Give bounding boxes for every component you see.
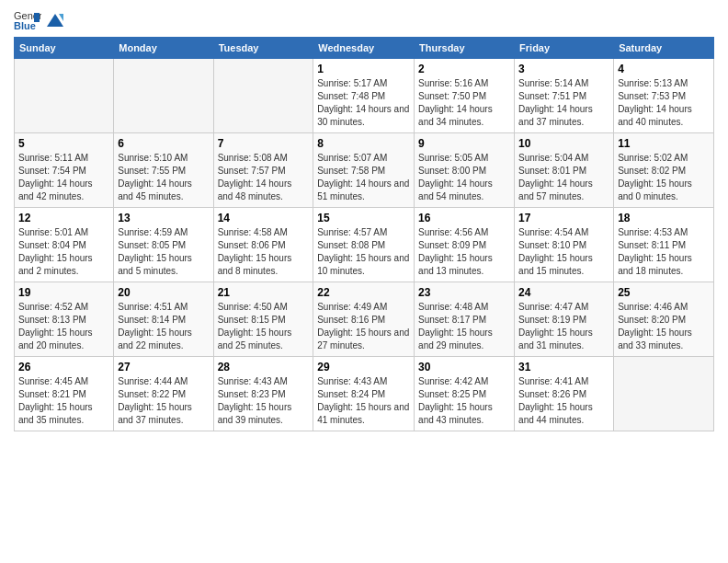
calendar-week-1: 1Sunrise: 5:17 AMSunset: 7:48 PMDaylight…	[15, 59, 714, 133]
calendar-cell: 11Sunrise: 5:02 AMSunset: 8:02 PMDayligh…	[614, 133, 714, 208]
day-number: 16	[418, 212, 510, 224]
day-number: 31	[518, 361, 609, 373]
day-info: Sunrise: 4:41 AMSunset: 8:26 PMDaylight:…	[518, 375, 609, 427]
calendar-cell: 19Sunrise: 4:52 AMSunset: 8:13 PMDayligh…	[15, 282, 114, 357]
day-number: 13	[118, 212, 209, 224]
calendar-cell: 14Sunrise: 4:58 AMSunset: 8:06 PMDayligh…	[213, 208, 313, 282]
day-info: Sunrise: 5:17 AMSunset: 7:48 PMDaylight:…	[317, 77, 410, 129]
calendar-cell: 10Sunrise: 5:04 AMSunset: 8:01 PMDayligh…	[515, 133, 614, 208]
day-info: Sunrise: 5:13 AMSunset: 7:53 PMDaylight:…	[618, 77, 710, 129]
day-number: 17	[518, 212, 609, 224]
day-number: 1	[317, 63, 410, 75]
day-number: 11	[618, 137, 710, 150]
day-number: 26	[18, 361, 109, 373]
calendar-cell: 3Sunrise: 5:14 AMSunset: 7:51 PMDaylight…	[515, 59, 614, 133]
calendar-cell: 24Sunrise: 4:47 AMSunset: 8:19 PMDayligh…	[515, 282, 614, 357]
day-number: 29	[317, 361, 410, 373]
day-number: 4	[618, 63, 710, 75]
svg-marker-5	[59, 14, 63, 21]
day-number: 22	[317, 286, 410, 299]
day-info: Sunrise: 4:45 AMSunset: 8:21 PMDaylight:…	[18, 375, 109, 427]
day-info: Sunrise: 4:52 AMSunset: 8:13 PMDaylight:…	[18, 301, 109, 352]
calendar-table: SundayMondayTuesdayWednesdayThursdayFrid…	[14, 37, 714, 431]
calendar-cell: 18Sunrise: 4:53 AMSunset: 8:11 PMDayligh…	[614, 208, 714, 282]
calendar-week-3: 12Sunrise: 5:01 AMSunset: 8:04 PMDayligh…	[15, 208, 714, 282]
svg-marker-2	[34, 13, 40, 22]
day-info: Sunrise: 5:10 AMSunset: 7:55 PMDaylight:…	[118, 152, 209, 203]
calendar-week-4: 19Sunrise: 4:52 AMSunset: 8:13 PMDayligh…	[15, 282, 714, 357]
weekday-header-row: SundayMondayTuesdayWednesdayThursdayFrid…	[15, 38, 714, 59]
day-info: Sunrise: 5:05 AMSunset: 8:00 PMDaylight:…	[418, 152, 510, 203]
calendar-cell: 12Sunrise: 5:01 AMSunset: 8:04 PMDayligh…	[15, 208, 114, 282]
day-info: Sunrise: 5:01 AMSunset: 8:04 PMDaylight:…	[18, 226, 109, 278]
weekday-header-monday: Monday	[114, 38, 213, 59]
calendar-cell: 5Sunrise: 5:11 AMSunset: 7:54 PMDaylight…	[15, 133, 114, 208]
day-number: 2	[418, 63, 510, 75]
day-number: 9	[418, 137, 510, 150]
weekday-header-friday: Friday	[515, 38, 614, 59]
day-number: 12	[18, 212, 109, 224]
day-number: 10	[518, 137, 609, 150]
logo-icon: General Blue	[14, 9, 41, 31]
calendar-cell: 20Sunrise: 4:51 AMSunset: 8:14 PMDayligh…	[114, 282, 213, 357]
calendar-cell: 25Sunrise: 4:46 AMSunset: 8:20 PMDayligh…	[614, 282, 714, 357]
day-number: 18	[618, 212, 710, 224]
calendar-cell	[114, 59, 213, 133]
day-number: 24	[518, 286, 609, 299]
weekday-header-wednesday: Wednesday	[313, 38, 415, 59]
day-number: 15	[317, 212, 410, 224]
day-info: Sunrise: 5:14 AMSunset: 7:51 PMDaylight:…	[518, 77, 609, 129]
calendar-cell: 8Sunrise: 5:07 AMSunset: 7:58 PMDaylight…	[313, 133, 415, 208]
day-info: Sunrise: 4:46 AMSunset: 8:20 PMDaylight:…	[618, 301, 710, 352]
day-info: Sunrise: 4:51 AMSunset: 8:14 PMDaylight:…	[118, 301, 209, 352]
day-number: 23	[418, 286, 510, 299]
day-number: 27	[118, 361, 209, 373]
day-info: Sunrise: 5:02 AMSunset: 8:02 PMDaylight:…	[618, 152, 710, 203]
calendar-cell: 26Sunrise: 4:45 AMSunset: 8:21 PMDayligh…	[15, 357, 114, 431]
calendar-cell: 6Sunrise: 5:10 AMSunset: 7:55 PMDaylight…	[114, 133, 213, 208]
calendar-cell: 28Sunrise: 4:43 AMSunset: 8:23 PMDayligh…	[213, 357, 313, 431]
calendar-cell: 29Sunrise: 4:43 AMSunset: 8:24 PMDayligh…	[313, 357, 415, 431]
day-info: Sunrise: 4:44 AMSunset: 8:22 PMDaylight:…	[118, 375, 209, 427]
day-info: Sunrise: 4:50 AMSunset: 8:15 PMDaylight:…	[218, 301, 310, 352]
calendar-cell: 31Sunrise: 4:41 AMSunset: 8:26 PMDayligh…	[515, 357, 614, 431]
day-info: Sunrise: 4:59 AMSunset: 8:05 PMDaylight:…	[118, 226, 209, 278]
calendar-cell: 27Sunrise: 4:44 AMSunset: 8:22 PMDayligh…	[114, 357, 213, 431]
day-info: Sunrise: 5:04 AMSunset: 8:01 PMDaylight:…	[518, 152, 609, 203]
weekday-header-saturday: Saturday	[614, 38, 714, 59]
day-info: Sunrise: 5:16 AMSunset: 7:50 PMDaylight:…	[418, 77, 510, 129]
weekday-header-sunday: Sunday	[15, 38, 114, 59]
day-info: Sunrise: 4:42 AMSunset: 8:25 PMDaylight:…	[418, 375, 510, 427]
day-number: 25	[618, 286, 710, 299]
day-info: Sunrise: 4:47 AMSunset: 8:19 PMDaylight:…	[518, 301, 609, 352]
calendar-week-2: 5Sunrise: 5:11 AMSunset: 7:54 PMDaylight…	[15, 133, 714, 208]
day-info: Sunrise: 4:56 AMSunset: 8:09 PMDaylight:…	[418, 226, 510, 278]
calendar-cell	[15, 59, 114, 133]
weekday-header-thursday: Thursday	[415, 38, 515, 59]
day-info: Sunrise: 4:43 AMSunset: 8:23 PMDaylight:…	[218, 375, 310, 427]
logo: General Blue	[14, 9, 64, 31]
calendar-cell	[213, 59, 313, 133]
day-number: 28	[218, 361, 310, 373]
calendar-cell: 23Sunrise: 4:48 AMSunset: 8:17 PMDayligh…	[415, 282, 515, 357]
calendar-cell: 9Sunrise: 5:05 AMSunset: 8:00 PMDaylight…	[415, 133, 515, 208]
calendar-cell: 22Sunrise: 4:49 AMSunset: 8:16 PMDayligh…	[313, 282, 415, 357]
calendar-week-5: 26Sunrise: 4:45 AMSunset: 8:21 PMDayligh…	[15, 357, 714, 431]
day-info: Sunrise: 4:43 AMSunset: 8:24 PMDaylight:…	[317, 375, 410, 427]
day-info: Sunrise: 4:48 AMSunset: 8:17 PMDaylight:…	[418, 301, 510, 352]
calendar-cell: 16Sunrise: 4:56 AMSunset: 8:09 PMDayligh…	[415, 208, 515, 282]
day-number: 3	[518, 63, 609, 75]
calendar-cell: 13Sunrise: 4:59 AMSunset: 8:05 PMDayligh…	[114, 208, 213, 282]
calendar-cell: 4Sunrise: 5:13 AMSunset: 7:53 PMDaylight…	[614, 59, 714, 133]
day-number: 30	[418, 361, 510, 373]
day-number: 7	[218, 137, 310, 150]
calendar-cell: 17Sunrise: 4:54 AMSunset: 8:10 PMDayligh…	[515, 208, 614, 282]
calendar-cell: 15Sunrise: 4:57 AMSunset: 8:08 PMDayligh…	[313, 208, 415, 282]
calendar-cell: 2Sunrise: 5:16 AMSunset: 7:50 PMDaylight…	[415, 59, 515, 133]
calendar-cell	[614, 357, 714, 431]
day-info: Sunrise: 5:07 AMSunset: 7:58 PMDaylight:…	[317, 152, 410, 203]
day-number: 20	[118, 286, 209, 299]
day-info: Sunrise: 4:58 AMSunset: 8:06 PMDaylight:…	[218, 226, 310, 278]
day-info: Sunrise: 4:54 AMSunset: 8:10 PMDaylight:…	[518, 226, 609, 278]
calendar-cell: 21Sunrise: 4:50 AMSunset: 8:15 PMDayligh…	[213, 282, 313, 357]
